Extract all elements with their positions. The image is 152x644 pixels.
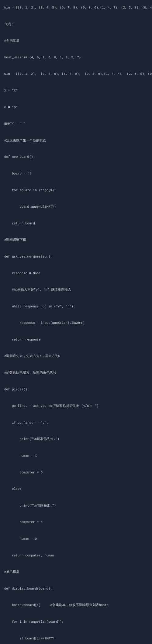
code-content: win = ((0, 1, 2), (3, 4, 5), (6, 7, 8), …: [0, 0, 152, 644]
